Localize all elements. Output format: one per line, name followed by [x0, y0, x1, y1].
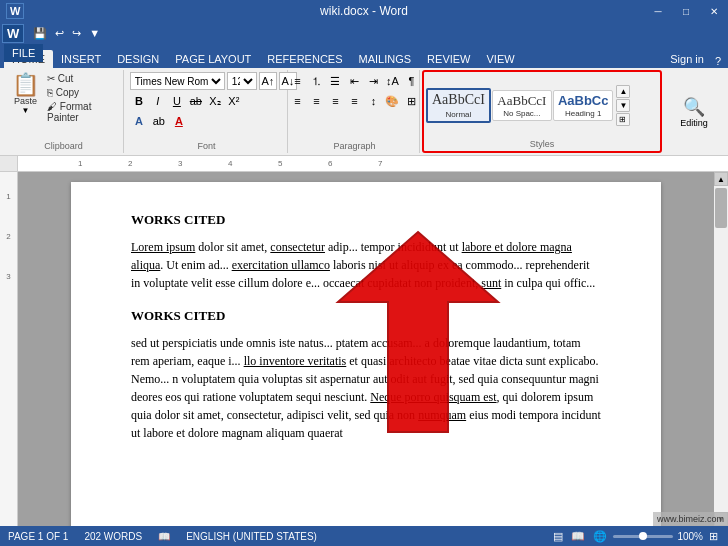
styles-scroll-down[interactable]: ▼ [616, 99, 630, 112]
format-painter-button[interactable]: 🖌 Format Painter [44, 100, 119, 124]
tab-file[interactable]: FILE [4, 44, 43, 62]
word-icon: W [6, 3, 24, 19]
bullets-button[interactable]: ≡ [288, 72, 306, 90]
justify-button[interactable]: ≡ [345, 92, 363, 110]
paste-arrow: ▼ [22, 106, 30, 115]
font-color-button[interactable]: A [170, 112, 188, 130]
copy-button[interactable]: ⎘ Copy [44, 86, 119, 99]
paste-icon: 📋 [12, 74, 39, 96]
redo-button[interactable]: ↪ [69, 26, 84, 41]
editing-icon: 🔍 [683, 96, 705, 118]
bold-button[interactable]: B [130, 92, 148, 110]
font-grow-button[interactable]: A↑ [259, 72, 277, 90]
view-print-button[interactable]: ▤ [551, 530, 565, 543]
style-heading1[interactable]: AaBbCc Heading 1 [553, 90, 614, 122]
align-center-button[interactable]: ≡ [307, 92, 325, 110]
underline-button[interactable]: U [168, 92, 186, 110]
font-name-select[interactable]: Times New Roman [130, 72, 225, 90]
window-controls: ─ □ ✕ [644, 0, 728, 22]
quick-access-more[interactable]: ▼ [86, 26, 103, 40]
view-web-button[interactable]: 🌐 [591, 530, 609, 543]
tab-design[interactable]: DESIGN [109, 50, 167, 68]
illo-underline: llo inventore veritatis [244, 354, 347, 368]
paragraph-group: ≡ ⒈ ☰ ⇤ ⇥ ↕A ¶ ≡ ≡ ≡ ≡ ↕ 🎨 ⊞ Paragraph [290, 70, 420, 153]
paste-button[interactable]: 📋 Paste ▼ [8, 72, 43, 117]
clipboard-group: 📋 Paste ▼ ✂ Cut ⎘ Copy 🖌 Format Painter … [4, 70, 124, 153]
lorem-underline-1: Lorem ipsum [131, 240, 195, 254]
strikethrough-button[interactable]: ab [187, 92, 205, 110]
heading-works-cited-2: WORKS CITED [131, 308, 601, 324]
tab-insert[interactable]: INSERT [53, 50, 109, 68]
close-button[interactable]: ✕ [700, 0, 728, 22]
quick-access-toolbar: W 💾 ↩ ↪ ▼ [0, 22, 728, 44]
align-right-button[interactable]: ≡ [326, 92, 344, 110]
save-button[interactable]: 💾 [30, 26, 50, 41]
numbering-button[interactable]: ⒈ [307, 72, 325, 90]
tab-view[interactable]: VIEW [479, 50, 523, 68]
align-left-button[interactable]: ≡ [288, 92, 306, 110]
scroll-thumb[interactable] [715, 188, 727, 228]
superscript-button[interactable]: X² [225, 92, 243, 110]
text-effect-button[interactable]: A [130, 112, 148, 130]
tab-page-layout[interactable]: PAGE LAYOUT [167, 50, 259, 68]
scroll-up-button[interactable]: ▲ [714, 172, 728, 186]
line-spacing-button[interactable]: ↕ [364, 92, 382, 110]
zoom-fit-button[interactable]: ⊞ [707, 530, 720, 543]
zoom-slider[interactable] [613, 535, 673, 538]
minimize-button[interactable]: ─ [644, 0, 672, 22]
sign-in-button[interactable]: Sign in [662, 50, 712, 68]
italic-button[interactable]: I [149, 92, 167, 110]
clipboard-sub-buttons: ✂ Cut ⎘ Copy 🖌 Format Painter [44, 72, 119, 124]
status-bar: PAGE 1 OF 1 202 WORDS 📖 ENGLISH (UNITED … [0, 526, 728, 546]
left-ruler: 1 2 3 [0, 172, 18, 526]
editing-button[interactable]: 🔍 Editing [674, 94, 714, 130]
cut-button[interactable]: ✂ Cut [44, 72, 119, 85]
spell-icon[interactable]: 📖 [158, 531, 170, 542]
font-size-select[interactable]: 12 [227, 72, 257, 90]
word-logo: W [2, 24, 24, 43]
show-formatting-button[interactable]: ¶ [402, 72, 420, 90]
style-normal[interactable]: AaBbCcI Normal [426, 88, 491, 123]
borders-button[interactable]: ⊞ [402, 92, 420, 110]
styles-label: Styles [426, 139, 658, 149]
style-no-space[interactable]: AaBbCcI No Spac... [492, 90, 552, 122]
body-text-1[interactable]: Lorem ipsum dolor sit amet, consectetur … [131, 238, 601, 292]
help-button[interactable]: ? [712, 54, 724, 68]
text-highlight-button[interactable]: ab [150, 112, 168, 130]
tab-mailings[interactable]: MAILINGS [351, 50, 420, 68]
scroll-track[interactable] [714, 186, 728, 512]
maximize-button[interactable]: □ [672, 0, 700, 22]
status-right: ▤ 📖 🌐 100% ⊞ [551, 530, 720, 543]
shading-button[interactable]: 🎨 [383, 92, 401, 110]
styles-expand[interactable]: ⊞ [616, 113, 630, 126]
view-read-button[interactable]: 📖 [569, 530, 587, 543]
multilevel-button[interactable]: ☰ [326, 72, 344, 90]
font-group: Times New Roman 12 A↑ A↓ B I U ab X₂ X² [126, 70, 288, 153]
increase-indent-button[interactable]: ⇥ [364, 72, 382, 90]
tab-references[interactable]: REFERENCES [259, 50, 350, 68]
page-count: PAGE 1 OF 1 [8, 531, 68, 542]
document-page: WORKS CITED Lorem ipsum dolor sit amet, … [71, 182, 661, 526]
decrease-indent-button[interactable]: ⇤ [345, 72, 363, 90]
styles-group: AaBbCcI Normal AaBbCcI No Spac... AaBbCc… [422, 70, 662, 153]
labore-underline: labore et dolore magna aliqua [131, 240, 572, 272]
body-text-2[interactable]: sed ut perspiciatis unde omnis iste natu… [131, 334, 601, 442]
clipboard-label: Clipboard [8, 141, 119, 151]
zoom-level: 100% [677, 531, 703, 542]
tab-review[interactable]: REVIEW [419, 50, 478, 68]
title-bar: W wiki.docx - Word ─ □ ✕ [0, 0, 728, 22]
styles-scroll-up[interactable]: ▲ [616, 85, 630, 98]
watermark: www.bimeiz.com [653, 512, 728, 526]
right-scrollbar[interactable]: ▲ ▼ [714, 172, 728, 526]
subscript-button[interactable]: X₂ [206, 92, 224, 110]
style-nospace-preview: AaBbCcI [497, 93, 546, 109]
document-content[interactable]: WORKS CITED Lorem ipsum dolor sit amet, … [18, 172, 714, 526]
undo-button[interactable]: ↩ [52, 26, 67, 41]
font-label: Font [130, 141, 283, 151]
app-title: wiki.docx - Word [320, 4, 408, 18]
horizontal-ruler: 1 2 3 4 5 6 7 [18, 156, 728, 171]
language[interactable]: ENGLISH (UNITED STATES) [186, 531, 317, 542]
style-h1-label: Heading 1 [565, 109, 601, 118]
editing-group: 🔍 Editing [664, 70, 724, 153]
sort-button[interactable]: ↕A [383, 72, 401, 90]
